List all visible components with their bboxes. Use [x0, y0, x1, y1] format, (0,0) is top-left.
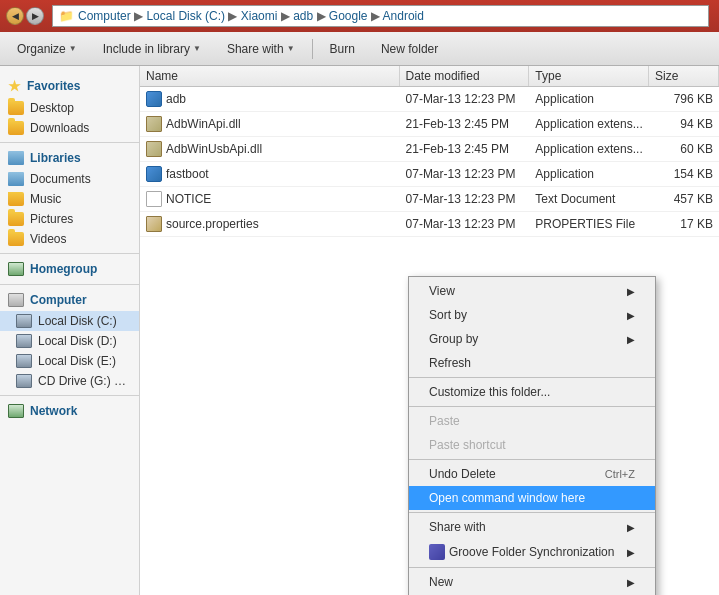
- context-menu-item-label: Sort by: [429, 308, 467, 322]
- context-menu-divider: [409, 567, 655, 568]
- submenu-arrow: ▶: [627, 522, 635, 533]
- table-row[interactable]: fastboot 07-Mar-13 12:23 PM Application …: [140, 162, 719, 187]
- sidebar-homegroup-header[interactable]: Homegroup: [0, 258, 139, 280]
- table-row[interactable]: AdbWinUsbApi.dll 21-Feb-13 2:45 PM Appli…: [140, 137, 719, 162]
- sidebar-item-pictures[interactable]: Pictures: [0, 209, 139, 229]
- file-date: 07-Mar-13 12:23 PM: [400, 190, 530, 208]
- context-menu-item[interactable]: New▶: [409, 570, 655, 594]
- include-in-library-button[interactable]: Include in library ▼: [94, 38, 210, 60]
- sidebar-item-cd-drive[interactable]: CD Drive (G:) 2011C: [0, 371, 139, 391]
- context-menu-item-label: Customize this folder...: [429, 385, 550, 399]
- column-header-size[interactable]: Size: [649, 66, 719, 86]
- context-menu-item-label: Group by: [429, 332, 478, 346]
- file-name: AdbWinUsbApi.dll: [166, 142, 262, 156]
- groove-icon: [429, 544, 445, 560]
- context-menu-item-label: Paste: [429, 414, 460, 428]
- context-menu-item-label: Open command window here: [429, 491, 585, 505]
- sidebar-computer-section: Computer Local Disk (C:) Local Disk (D:)…: [0, 289, 139, 391]
- local-e-icon: [16, 354, 32, 368]
- file-type: Application extens...: [529, 115, 649, 133]
- file-size: 94 KB: [649, 115, 719, 133]
- computer-label: Computer: [30, 293, 87, 307]
- new-folder-label: New folder: [381, 42, 438, 56]
- file-size: 60 KB: [649, 140, 719, 158]
- table-row[interactable]: NOTICE 07-Mar-13 12:23 PM Text Document …: [140, 187, 719, 212]
- sidebar-item-downloads[interactable]: Downloads: [0, 118, 139, 138]
- file-type: Application: [529, 90, 649, 108]
- sidebar-item-videos[interactable]: Videos: [0, 229, 139, 249]
- context-menu-item[interactable]: Groove Folder Synchronization▶: [409, 539, 655, 565]
- include-label: Include in library: [103, 42, 190, 56]
- address-bar[interactable]: 📁 Computer ▶ Local Disk (C:) ▶ Xiaomi ▶ …: [52, 5, 709, 27]
- file-icon-exe: [146, 166, 162, 182]
- context-menu-item: Paste shortcut: [409, 433, 655, 457]
- toolbar: Organize ▼ Include in library ▼ Share wi…: [0, 32, 719, 66]
- context-menu-item-label: Share with: [429, 520, 486, 534]
- sidebar-item-documents[interactable]: Documents: [0, 169, 139, 189]
- music-label: Music: [30, 192, 61, 206]
- context-menu-item[interactable]: Sort by▶: [409, 303, 655, 327]
- sidebar-item-local-d[interactable]: Local Disk (D:): [0, 331, 139, 351]
- file-date: 07-Mar-13 12:23 PM: [400, 215, 530, 233]
- context-menu-divider: [409, 459, 655, 460]
- context-menu-item-label: Paste shortcut: [429, 438, 506, 452]
- desktop-label: Desktop: [30, 101, 74, 115]
- local-e-label: Local Disk (E:): [38, 354, 116, 368]
- share-label: Share with: [227, 42, 284, 56]
- file-name: NOTICE: [166, 192, 211, 206]
- sidebar-item-local-e[interactable]: Local Disk (E:): [0, 351, 139, 371]
- back-button[interactable]: ◀: [6, 7, 24, 25]
- context-menu-divider: [409, 377, 655, 378]
- column-header-date[interactable]: Date modified: [400, 66, 530, 86]
- sidebar-divider-3: [0, 284, 139, 285]
- libraries-icon: [8, 151, 24, 165]
- table-row[interactable]: source.properties 07-Mar-13 12:23 PM PRO…: [140, 212, 719, 237]
- sidebar-item-music[interactable]: Music: [0, 189, 139, 209]
- context-menu-item[interactable]: Customize this folder...: [409, 380, 655, 404]
- submenu-arrow: ▶: [627, 577, 635, 588]
- context-menu-item-label: Undo Delete: [429, 467, 496, 481]
- new-folder-button[interactable]: New folder: [372, 38, 447, 60]
- context-menu-item[interactable]: Share with▶: [409, 515, 655, 539]
- sidebar-network-section: Network: [0, 400, 139, 422]
- burn-label: Burn: [330, 42, 355, 56]
- context-menu-item[interactable]: Group by▶: [409, 327, 655, 351]
- context-menu-item[interactable]: Undo DeleteCtrl+Z: [409, 462, 655, 486]
- file-date: 21-Feb-13 2:45 PM: [400, 115, 530, 133]
- table-row[interactable]: adb 07-Mar-13 12:23 PM Application 796 K…: [140, 87, 719, 112]
- context-menu-item[interactable]: Refresh: [409, 351, 655, 375]
- favorites-label: Favorites: [27, 79, 80, 93]
- context-menu-item-label: View: [429, 284, 455, 298]
- file-size: 17 KB: [649, 215, 719, 233]
- forward-button[interactable]: ▶: [26, 7, 44, 25]
- table-row[interactable]: AdbWinApi.dll 21-Feb-13 2:45 PM Applicat…: [140, 112, 719, 137]
- context-menu-divider: [409, 406, 655, 407]
- sidebar-libraries-header[interactable]: Libraries: [0, 147, 139, 169]
- column-headers: Name Date modified Type Size: [140, 66, 719, 87]
- sidebar-computer-header[interactable]: Computer: [0, 289, 139, 311]
- sidebar-network-header[interactable]: Network: [0, 400, 139, 422]
- context-menu-shortcut: Ctrl+Z: [605, 468, 635, 480]
- context-menu-item[interactable]: View▶: [409, 279, 655, 303]
- sidebar-favorites-header[interactable]: ★ Favorites: [0, 74, 139, 98]
- file-size: 457 KB: [649, 190, 719, 208]
- context-menu-item[interactable]: Open command window here: [409, 486, 655, 510]
- sidebar-item-desktop[interactable]: Desktop: [0, 98, 139, 118]
- organize-button[interactable]: Organize ▼: [8, 38, 86, 60]
- sidebar-divider-2: [0, 253, 139, 254]
- file-icon-dll: [146, 116, 162, 132]
- burn-button[interactable]: Burn: [321, 38, 364, 60]
- column-header-type[interactable]: Type: [529, 66, 649, 86]
- cd-drive-icon: [16, 374, 32, 388]
- sidebar-item-local-c[interactable]: Local Disk (C:): [0, 311, 139, 331]
- homegroup-label: Homegroup: [30, 262, 97, 276]
- share-with-button[interactable]: Share with ▼: [218, 38, 304, 60]
- column-header-name[interactable]: Name: [140, 66, 400, 86]
- address-text: Computer ▶ Local Disk (C:) ▶ Xiaomi ▶ ad…: [78, 9, 424, 23]
- libraries-label: Libraries: [30, 151, 81, 165]
- favorites-icon: ★: [8, 78, 21, 94]
- main-area: ★ Favorites Desktop Downloads Libraries …: [0, 66, 719, 595]
- file-date: 21-Feb-13 2:45 PM: [400, 140, 530, 158]
- context-menu: View▶Sort by▶Group by▶RefreshCustomize t…: [408, 276, 656, 595]
- videos-icon: [8, 232, 24, 246]
